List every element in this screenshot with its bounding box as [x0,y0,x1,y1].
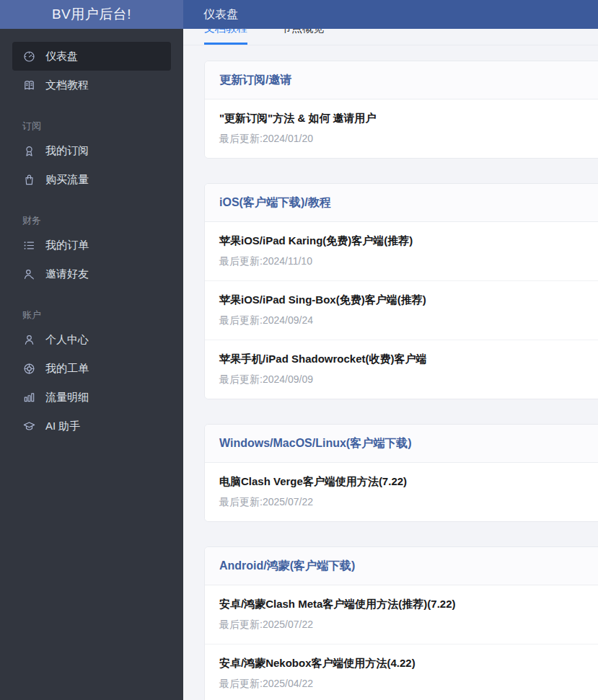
sidebar-section-account: 账户 [12,308,171,322]
sidebar-item-label: 文档教程 [45,79,89,92]
dashboard-icon [22,50,36,63]
sidebar-item-my-subscription[interactable]: 我的订阅 [12,136,171,165]
article-title: 电脑Clash Verge客户端使用方法(7.22) [219,474,598,489]
article-title: 安卓/鸿蒙Nekobox客户端使用方法(4.22) [219,655,598,670]
article-title: 安卓/鸿蒙Clash Meta客户端使用方法(推荐)(7.22) [219,596,598,611]
sidebar-item-label: 我的订单 [45,239,89,252]
content: 文档教程 节点概览 更新订阅/邀请 "更新订阅"方法 & 如何 邀请用户 最后更… [183,29,598,700]
sidebar-item-label: 邀请好友 [45,267,89,281]
card-title: Android/鸿蒙(客户端下载) [219,558,598,574]
page-header: 仪表盘 [183,0,598,29]
invite-user-icon [22,267,36,281]
book-icon [22,79,36,92]
article-updated: 最后更新:2024/01/20 [219,132,598,146]
doc-article[interactable]: "更新订阅"方法 & 如何 邀请用户 最后更新:2024/01/20 [205,99,598,158]
article-updated: 最后更新:2024/09/09 [219,373,598,386]
article-title: 苹果iOS/iPad Sing-Box(免费)客户端(推荐) [219,292,598,307]
card-header: Android/鸿蒙(客户端下载) [205,547,598,585]
sidebar-item-my-orders[interactable]: 我的订单 [12,231,171,260]
card-header: iOS(客户端下载)/教程 [205,184,598,222]
sidebar-item-traffic-detail[interactable]: 流量明细 [12,383,171,412]
sidebar-item-label: 我的工单 [45,362,89,376]
article-updated: 最后更新:2025/07/22 [219,495,598,509]
sidebar-item-invite-friends[interactable]: 邀请好友 [12,260,171,288]
list-icon [22,239,36,252]
doc-article[interactable]: 安卓/鸿蒙Nekobox客户端使用方法(4.22) 最后更新:2025/04/2… [205,644,598,700]
card-header: 更新订阅/邀请 [205,61,598,99]
sidebar-item-ai-assistant[interactable]: AI 助手 [12,412,171,440]
article-title: "更新订阅"方法 & 如何 邀请用户 [219,110,598,125]
award-icon [22,144,36,158]
doc-section-card: iOS(客户端下载)/教程 苹果iOS/iPad Karing(免费)客户端(推… [204,183,598,399]
sidebar-section-subscription: 订阅 [12,119,171,133]
sidebar-item-label: 个人中心 [45,333,89,347]
doc-article[interactable]: 苹果iOS/iPad Karing(免费)客户端(推荐) 最后更新:2024/1… [205,222,598,280]
sidebar-item-buy-traffic[interactable]: 购买流量 [12,165,171,194]
sidebar-item-label: 购买流量 [45,173,89,187]
article-updated: 最后更新:2024/11/10 [219,254,598,268]
doc-section-card: Windows/MacOS/Linux(客户端下载) 电脑Clash Verge… [204,424,598,522]
article-title: 苹果手机/iPad Shadowrocket(收费)客户端 [219,351,598,366]
doc-article[interactable]: 苹果iOS/iPad Sing-Box(免费)客户端(推荐) 最后更新:2024… [205,280,598,340]
sidebar: BV用户后台! 仪表盘 文档教程 订阅 我的订阅 购买流量 [0,0,183,700]
page-title: 仪表盘 [203,7,238,22]
sidebar-nav: 仪表盘 文档教程 订阅 我的订阅 购买流量 财务 我的订单 [0,29,183,440]
card-title: iOS(客户端下载)/教程 [219,195,598,211]
article-updated: 最后更新:2025/07/22 [219,618,598,632]
user-icon [22,333,36,347]
shopping-bag-icon [22,173,36,187]
app-title: BV用户后台! [0,0,183,29]
graduation-cap-icon [22,420,36,433]
article-title: 苹果iOS/iPad Karing(免费)客户端(推荐) [219,233,598,248]
article-updated: 最后更新:2024/09/24 [219,314,598,327]
doc-article[interactable]: 电脑Clash Verge客户端使用方法(7.22) 最后更新:2025/07/… [205,463,598,521]
main-area: 仪表盘 文档教程 节点概览 更新订阅/邀请 "更新订阅"方法 & 如何 邀请用户… [183,0,598,700]
doc-article[interactable]: 安卓/鸿蒙Clash Meta客户端使用方法(推荐)(7.22) 最后更新:20… [205,585,598,644]
sidebar-item-label: 流量明细 [45,391,89,404]
doc-section-card: 更新订阅/邀请 "更新订阅"方法 & 如何 邀请用户 最后更新:2024/01/… [204,61,598,159]
sidebar-item-dashboard[interactable]: 仪表盘 [12,42,171,71]
card-header: Windows/MacOS/Linux(客户端下载) [205,425,598,463]
doc-article[interactable]: 苹果手机/iPad Shadowrocket(收费)客户端 最后更新:2024/… [205,340,598,399]
sidebar-item-label: 我的订阅 [45,144,89,158]
card-title: Windows/MacOS/Linux(客户端下载) [219,435,598,451]
sidebar-item-docs[interactable]: 文档教程 [12,71,171,99]
bar-chart-icon [22,391,36,404]
sidebar-item-tickets[interactable]: 我的工单 [12,354,171,383]
sidebar-item-label: AI 助手 [45,420,80,433]
card-title: 更新订阅/邀请 [219,72,598,88]
sidebar-item-label: 仪表盘 [45,50,78,63]
sidebar-section-finance: 财务 [12,213,171,228]
doc-section-card: Android/鸿蒙(客户端下载) 安卓/鸿蒙Clash Meta客户端使用方法… [204,546,598,700]
sidebar-item-profile[interactable]: 个人中心 [12,325,171,354]
lifebuoy-icon [22,362,36,376]
article-updated: 最后更新:2025/04/22 [219,677,598,691]
